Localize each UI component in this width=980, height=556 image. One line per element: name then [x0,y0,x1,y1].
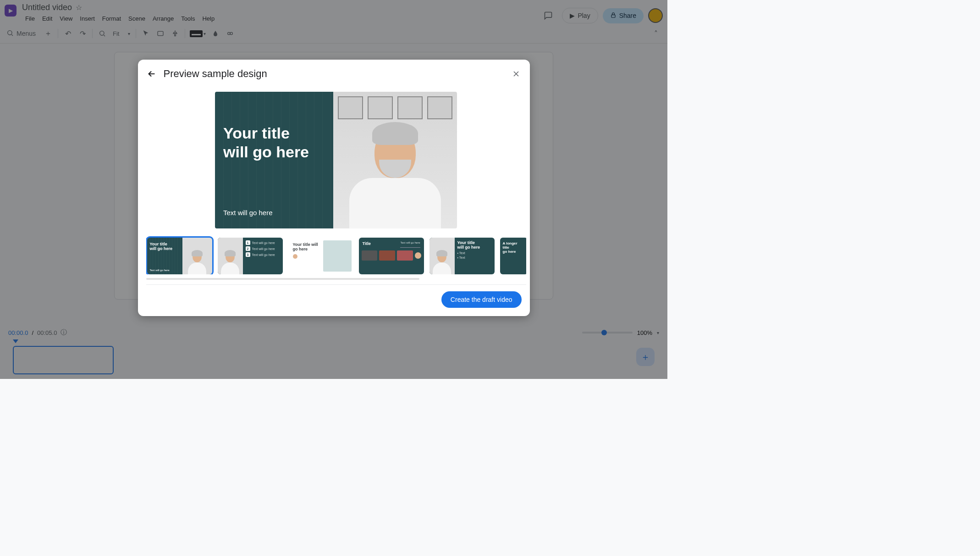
slide-subtitle: Text will go here [223,209,325,219]
preview-area: Your titlewill go here Text will go here [146,92,526,228]
back-button[interactable] [146,68,157,79]
close-button[interactable] [511,68,522,79]
preview-slide: Your titlewill go here Text will go here [215,92,457,228]
design-thumbnail-2[interactable]: 1Text will go here 2Text will go here 3T… [218,238,283,274]
modal-title: Preview sample design [164,68,267,80]
thumbnail-scrollbar[interactable] [146,278,420,280]
design-thumbnail-6[interactable]: A longer title go here [500,238,526,274]
design-thumbnail-3[interactable]: Your title will go here [288,238,353,274]
design-thumbnail-1[interactable]: Your title will go hereText will go here [147,238,212,274]
thumbnail-strip: Your title will go hereText will go here… [146,236,526,274]
preview-person-image [333,92,457,228]
create-draft-video-button[interactable]: Create the draft video [441,291,522,308]
design-thumbnail-5[interactable]: Your title will go here • Text • Text [429,238,495,274]
design-thumbnail-4[interactable]: Title Text will go here [359,238,424,274]
modal-backdrop: Preview sample design Your titlewill go … [0,0,667,379]
preview-design-modal: Preview sample design Your titlewill go … [138,60,530,316]
slide-title: Your titlewill go here [223,124,325,161]
